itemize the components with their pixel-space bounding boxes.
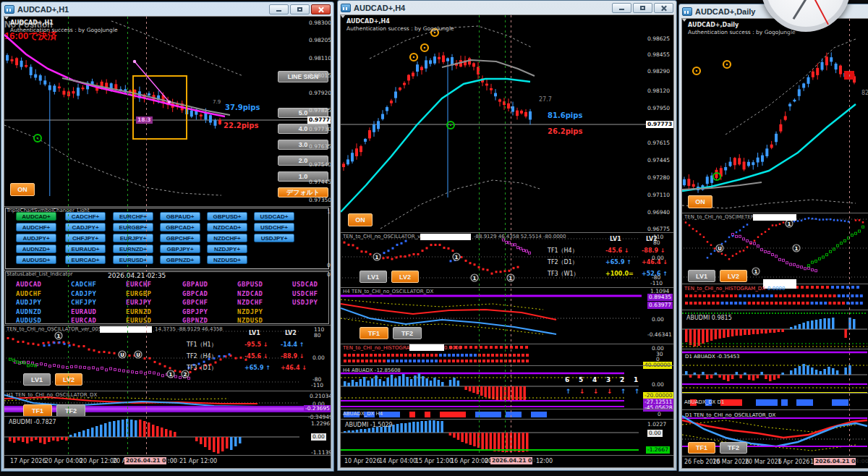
symbol-button-EURCAD+[interactable]: EURCAD+	[65, 255, 106, 264]
price-label: 0.97635	[309, 143, 331, 150]
close-icon[interactable]	[311, 4, 331, 14]
tf1-button[interactable]: TF1	[23, 404, 52, 417]
close-icon[interactable]	[654, 3, 673, 13]
oscillator-dx-panel: D1 TEN_to_CHI_no_OSCILLATOR_DXTF1TF2	[682, 409, 868, 456]
tf2-button[interactable]: TF2	[56, 404, 85, 417]
tf2-button[interactable]: TF2	[393, 327, 422, 339]
maximize-icon[interactable]	[633, 3, 652, 13]
symbol-button-USDCAD+[interactable]: USDCAD+	[254, 212, 294, 221]
symbol-button-CADJPY+[interactable]: CADJPY+	[65, 223, 106, 231]
symbol-button-EURGBP+[interactable]: EURGBP+	[113, 223, 153, 231]
tf2-button[interactable]: TF2	[720, 442, 747, 454]
default-button[interactable]: デフォルト	[278, 187, 328, 197]
scale-value: 80	[314, 332, 321, 339]
tf-row-lv2: -14.4 ↑	[281, 341, 305, 349]
tf-row-lv2: -88.9 ↓	[281, 353, 305, 360]
signal-arrow: ↑	[634, 388, 640, 395]
status-pair-AUDJPY: AUDJPY	[16, 299, 42, 307]
signal-arrow: ↓	[593, 388, 599, 395]
abudmi-panel: ABUDMI 0.9815	[682, 310, 868, 349]
abudmi-panel: ABUDMI -0.78271.22960.00-1.1139	[4, 416, 331, 455]
maximize-icon[interactable]	[290, 4, 310, 14]
candlestick-canvas	[682, 19, 868, 213]
signal-number: 6	[565, 376, 569, 383]
symbol-button-EURAUD+[interactable]: EURAUD+	[65, 245, 106, 253]
symbol-button-NZDCHF+[interactable]: NZDCHF+	[207, 234, 247, 242]
symbol-button-GBPJPY+[interactable]: GBPJPY+	[160, 245, 200, 253]
tf-row-lv1: -95.5 ↓	[244, 341, 268, 349]
pips-small-value: 7.9	[213, 99, 221, 106]
price-label: 0.97350	[309, 197, 331, 203]
symbol-button-USDCHF+[interactable]: USDCHF+	[254, 223, 294, 231]
signal-number: 2	[620, 376, 624, 383]
lv1-button[interactable]: LV1	[359, 271, 387, 283]
on-toggle-button[interactable]: ON	[10, 183, 35, 196]
scale-value: 1.2296	[311, 420, 330, 427]
symbol-button-AUDNZD+[interactable]: AUDNZD+	[16, 245, 56, 253]
tf1-button[interactable]: TF1	[359, 327, 388, 339]
scale-value-highlight: 0.00	[647, 430, 663, 437]
lv1-button[interactable]: LV1	[688, 270, 715, 282]
abuadx-dx-panel: ABUADX_DX H40	[341, 409, 673, 419]
indicator-values: 0.0000	[444, 345, 462, 352]
symbol-button-AUDUSD+[interactable]: AUDUSD+	[16, 255, 56, 264]
status-pair-NZDCAD: NZDCAD	[237, 290, 263, 298]
symbol-button-GBPNZD+[interactable]: GBPNZD+	[160, 255, 200, 264]
symbol-button-AUDJPY+[interactable]: AUDJPY+	[16, 234, 56, 242]
symbol-button-USDJPY+[interactable]: USDJPY+	[254, 234, 294, 242]
symbol-button-GBPCHF+[interactable]: GBPCHF+	[160, 234, 200, 242]
status-pair-GBPNZD: GBPNZD	[182, 317, 208, 325]
abuadx-panel: D1 ABUADX -0.35453	[682, 349, 868, 393]
symbol-button-EURCHF+[interactable]: EURCHF+	[113, 212, 153, 221]
panel-label: ABUDMI 0.9815	[686, 315, 732, 322]
svg-text:1: 1	[169, 372, 173, 378]
tf-row-label: TF3（W1）	[548, 271, 579, 278]
window-audcad-daily: AUDCAD+,Daily AUDCAD+,DailyAuthenticatio…	[678, 4, 868, 472]
symbol-button-GBPUSD+[interactable]: GBPUSD+	[207, 212, 247, 221]
pips-up-label: 81.6pips	[548, 112, 582, 119]
chart-client-daily: AUDCAD+,DailyAuthentication success : by…	[681, 18, 868, 469]
price-label: 0.97920	[309, 90, 331, 96]
time-axis: 10 Apr 202614 Apr 04:0015 Apr 12:0016 Ap…	[341, 455, 673, 467]
symbol-button-NZDUSD+[interactable]: NZDUSD+	[207, 255, 247, 264]
chart-symbol-label: AUDCAD+,H4	[346, 18, 390, 25]
symbol-button-CADCHF+[interactable]: CADCHF+	[65, 212, 106, 221]
symbol-button-GBPAUD+[interactable]: GBPAUD+	[160, 212, 200, 221]
titlebar-h1[interactable]: AUDCAD+,H1	[1, 2, 333, 16]
tf1-button[interactable]: TF1	[688, 442, 715, 454]
scale-value: -110	[650, 280, 663, 286]
price-label: 0.97615	[647, 140, 670, 146]
panel-label: H4 ABUADX -12.85608	[343, 367, 401, 374]
minimize-icon[interactable]	[612, 3, 631, 13]
lv2-button[interactable]: LV2	[55, 373, 82, 386]
lv1-button[interactable]: LV1	[23, 373, 51, 386]
lv2-button[interactable]: LV2	[391, 271, 419, 283]
minimize-icon[interactable]	[269, 4, 289, 14]
abuadx-panel: H4 ABUADX -12.85608654321↑↓↓↓↑↑0.00-20.0…	[341, 365, 673, 409]
status-datetime: 2026.04.21 02:35	[108, 272, 166, 279]
symbol-button-EURNZD+[interactable]: EURNZD+	[113, 245, 153, 253]
pips-down-label: 22.2pips	[224, 122, 258, 129]
symbol-button-NZDJPY+[interactable]: NZDJPY+	[207, 245, 247, 253]
symbol-button-CHFJPY+[interactable]: CHFJPY+	[65, 234, 106, 242]
symbol-button-GBPCAD+[interactable]: GBPCAD+	[160, 223, 200, 231]
time-axis: 17 Apr 202620 Apr 04:0020 Apr 12:0020 Ap…	[4, 455, 331, 467]
svg-text:U: U	[136, 352, 140, 358]
symbol-button-EURUSD+[interactable]: EURUSD+	[113, 255, 153, 264]
symbol-button-AUDCHF+[interactable]: AUDCHF+	[16, 223, 56, 231]
tf-row-lv1: +65.9 ↑	[605, 259, 631, 266]
price-label: 0.97540	[309, 161, 331, 168]
panel-label: ABUADX_DX H4	[343, 411, 383, 417]
panel-label: H1 TEN_to_CHI_no_OSCILLATOR_DX	[7, 392, 97, 399]
tf-row-lv2: +46.4 ↓	[281, 365, 307, 372]
price-label: 0.98300	[309, 20, 331, 26]
scale-value-highlight: -0.23695	[304, 405, 331, 412]
on-toggle-button[interactable]: ON	[688, 195, 712, 208]
titlebar-h4[interactable]: AUDCAD+,H4	[338, 1, 676, 14]
lv2-button[interactable]: LV2	[720, 270, 747, 282]
on-toggle-button[interactable]: ON	[348, 213, 373, 226]
symbol-button-AUDCAD+[interactable]: AUDCAD+	[16, 212, 56, 221]
symbol-button-EURJPY+[interactable]: EURJPY+	[113, 234, 153, 242]
subwindow-scale: 0	[327, 262, 331, 268]
symbol-button-NZDCAD+[interactable]: NZDCAD+	[207, 223, 247, 231]
